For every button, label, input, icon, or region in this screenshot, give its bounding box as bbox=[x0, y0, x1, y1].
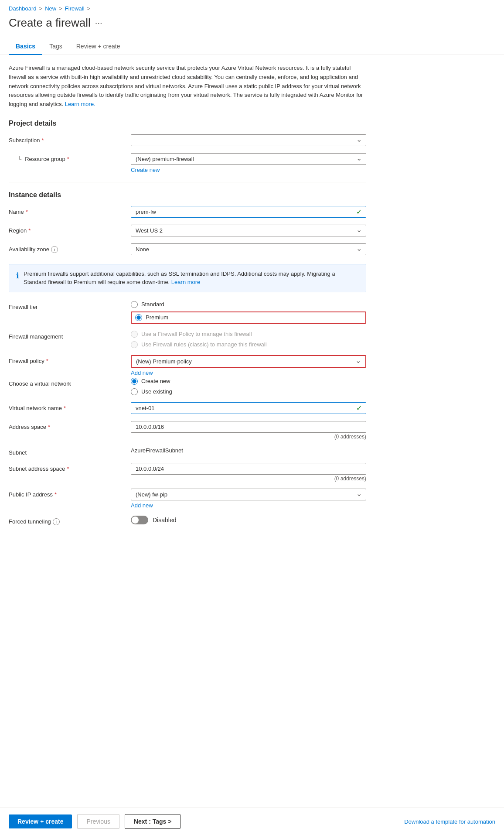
public-ip-control: (New) fw-pip Add new bbox=[131, 489, 366, 509]
subscription-label: Subscription * bbox=[9, 134, 131, 144]
firewall-management-row: Firewall management Use a Firewall Polic… bbox=[9, 331, 366, 348]
name-required: * bbox=[26, 209, 28, 215]
subnet-label: Subnet bbox=[9, 447, 131, 456]
management-policy-option: Use a Firewall Policy to manage this fir… bbox=[131, 331, 366, 338]
forced-tunneling-info-icon[interactable]: i bbox=[53, 518, 60, 525]
separator-1 bbox=[9, 182, 366, 182]
firewall-policy-border-box: (New) Premium-policy bbox=[131, 355, 366, 368]
tier-premium-option[interactable]: Premium bbox=[135, 314, 168, 321]
breadcrumb-firewall[interactable]: Firewall bbox=[65, 5, 85, 12]
management-classic-label: Use Firewall rules (classic) to manage t… bbox=[141, 341, 267, 348]
vnet-name-input[interactable] bbox=[131, 402, 366, 414]
region-control: West US 2 bbox=[131, 225, 366, 236]
address-space-input[interactable] bbox=[131, 421, 366, 433]
public-ip-row: Public IP address * (New) fw-pip Add new bbox=[9, 489, 366, 509]
firewall-policy-label: Firewall policy * bbox=[9, 355, 131, 364]
resource-group-control: (New) premium-firewall Create new bbox=[131, 153, 366, 173]
vnet-existing-option[interactable]: Use existing bbox=[131, 388, 366, 395]
availability-zone-select-wrapper: None bbox=[131, 243, 366, 255]
breadcrumb-sep3: > bbox=[87, 5, 91, 12]
availability-zone-select[interactable]: None bbox=[131, 243, 366, 255]
forced-tunneling-toggle[interactable] bbox=[131, 516, 148, 524]
firewall-policy-select[interactable]: (New) Premium-policy bbox=[132, 356, 365, 367]
tab-tags[interactable]: Tags bbox=[42, 38, 69, 55]
forced-tunneling-label: Forced tunneling i bbox=[9, 516, 131, 525]
region-select[interactable]: West US 2 bbox=[131, 225, 366, 236]
page-title-container: Create a firewall ··· bbox=[0, 14, 504, 38]
vnet-name-row: Virtual network name * ✓ bbox=[9, 402, 366, 414]
subscription-select-wrapper bbox=[131, 134, 366, 146]
subnet-address-space-control: (0 addresses) bbox=[131, 463, 366, 482]
region-select-wrapper: West US 2 bbox=[131, 225, 366, 236]
learn-more-link[interactable]: Learn more. bbox=[65, 101, 95, 107]
tier-premium-radio[interactable] bbox=[135, 314, 142, 321]
firewall-tier-control: Standard Premium bbox=[131, 301, 366, 324]
availability-zone-label: Availability zone i bbox=[9, 243, 131, 253]
public-ip-select[interactable]: (New) fw-pip bbox=[131, 489, 366, 500]
subnet-address-space-row: Subnet address space * (0 addresses) bbox=[9, 463, 366, 482]
name-row: Name * ✓ bbox=[9, 206, 366, 218]
forced-tunneling-status: Disabled bbox=[153, 517, 176, 524]
vnet-name-control: ✓ bbox=[131, 402, 366, 414]
public-ip-label: Public IP address * bbox=[9, 489, 131, 498]
subnet-address-space-required: * bbox=[67, 465, 69, 472]
vnet-existing-radio[interactable] bbox=[131, 388, 138, 395]
resource-group-required: * bbox=[67, 156, 69, 162]
address-space-label: Address space * bbox=[9, 421, 131, 430]
tier-premium-label: Premium bbox=[146, 314, 168, 321]
vnet-name-label: Virtual network name * bbox=[9, 402, 131, 411]
tier-premium-box: Premium bbox=[131, 311, 366, 324]
subnet-address-space-label: Subnet address space * bbox=[9, 463, 131, 472]
management-classic-option: Use Firewall rules (classic) to manage t… bbox=[131, 341, 366, 348]
address-space-control: (0 addresses) bbox=[131, 421, 366, 440]
name-label: Name * bbox=[9, 206, 131, 215]
tab-review-create[interactable]: Review + create bbox=[69, 38, 127, 55]
resource-group-select[interactable]: (New) premium-firewall bbox=[131, 153, 366, 165]
page-title: Create a firewall bbox=[9, 16, 91, 30]
subnet-value: AzureFirewallSubnet bbox=[131, 445, 183, 454]
firewall-policy-select-wrapper: (New) Premium-policy bbox=[132, 356, 365, 367]
firewall-policy-control: (New) Premium-policy Add new bbox=[131, 355, 366, 376]
breadcrumb-dashboard[interactable]: Dashboard bbox=[9, 5, 37, 12]
region-row: Region * West US 2 bbox=[9, 225, 366, 236]
vnet-create-label: Create new bbox=[141, 378, 170, 384]
project-details-title: Project details bbox=[9, 120, 366, 127]
breadcrumb: Dashboard > New > Firewall > bbox=[0, 0, 504, 14]
virtual-network-control: Create new Use existing bbox=[131, 378, 366, 395]
vnet-name-input-wrapper: ✓ bbox=[131, 402, 366, 414]
public-ip-required: * bbox=[54, 491, 57, 498]
firewall-management-radio-group: Use a Firewall Policy to manage this fir… bbox=[131, 331, 366, 348]
management-classic-radio bbox=[131, 341, 138, 348]
resource-group-row: └ Resource group * (New) premium-firewal… bbox=[9, 153, 366, 173]
subscription-select[interactable] bbox=[131, 134, 366, 146]
vnet-create-radio[interactable] bbox=[131, 378, 138, 385]
vnet-name-required: * bbox=[64, 405, 66, 411]
subnet-address-space-input[interactable] bbox=[131, 463, 366, 475]
info-box-text: Premium firewalls support additional cap… bbox=[24, 270, 359, 287]
name-valid-icon: ✓ bbox=[356, 208, 362, 216]
forced-tunneling-control: Disabled bbox=[131, 516, 366, 524]
name-input[interactable] bbox=[131, 206, 366, 218]
page-options-button[interactable]: ··· bbox=[95, 18, 102, 28]
breadcrumb-new[interactable]: New bbox=[45, 5, 56, 12]
vnet-create-option[interactable]: Create new bbox=[131, 378, 366, 385]
firewall-tier-label: Firewall tier bbox=[9, 301, 131, 310]
info-box-learn-more[interactable]: Learn more bbox=[171, 279, 200, 285]
firewall-management-label: Firewall management bbox=[9, 331, 131, 340]
subscription-row: Subscription * bbox=[9, 134, 366, 146]
tier-standard-radio[interactable] bbox=[131, 301, 138, 308]
description-text: Azure Firewall is a managed cloud-based … bbox=[9, 64, 366, 109]
forced-tunneling-slider bbox=[131, 516, 148, 524]
public-ip-add-new[interactable]: Add new bbox=[131, 502, 366, 509]
virtual-network-label: Choose a virtual network bbox=[9, 378, 131, 387]
public-ip-select-wrapper: (New) fw-pip bbox=[131, 489, 366, 500]
availability-zone-info-icon[interactable]: i bbox=[51, 246, 58, 253]
subscription-control bbox=[131, 134, 366, 146]
resource-group-create-new[interactable]: Create new bbox=[131, 167, 366, 173]
virtual-network-row: Choose a virtual network Create new Use … bbox=[9, 378, 366, 395]
tab-basics[interactable]: Basics bbox=[9, 38, 42, 55]
firewall-policy-add-new[interactable]: Add new bbox=[131, 370, 366, 376]
region-required: * bbox=[28, 227, 31, 234]
tier-standard-option[interactable]: Standard bbox=[131, 301, 366, 308]
firewall-policy-required: * bbox=[46, 358, 48, 364]
